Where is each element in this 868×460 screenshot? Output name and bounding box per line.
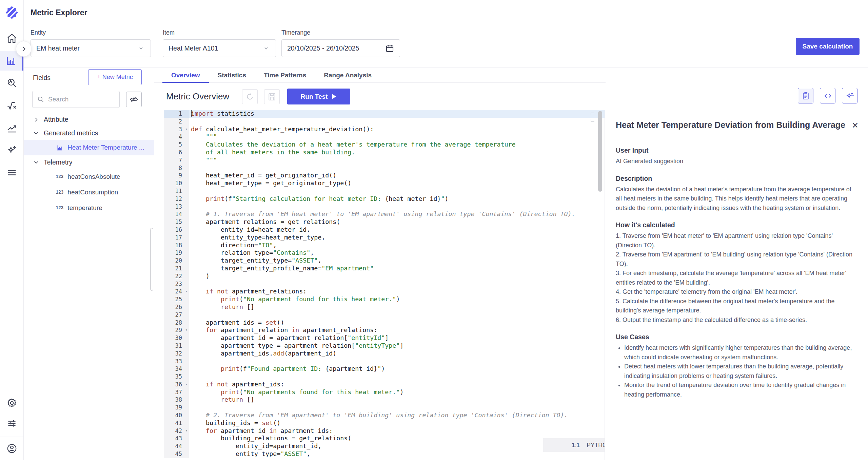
hide-fields-button[interactable] — [126, 92, 142, 107]
line-number: 21 — [164, 265, 189, 272]
code-line[interactable]: 9 heat_meter_id = get_originator_id() — [164, 172, 606, 179]
tab-range-analysis[interactable]: Range Analysis — [315, 68, 380, 82]
code-line[interactable]: 33 — [164, 358, 606, 365]
refresh-button[interactable] — [242, 89, 258, 104]
save-metric-button[interactable] — [264, 89, 280, 104]
code-line[interactable]: 5 Calculates the deviation of a heat met… — [164, 141, 606, 149]
line-number: 38 — [164, 396, 189, 404]
code-line[interactable]: 10 heat_meter_type = get_originator_type… — [164, 179, 606, 187]
code-line[interactable]: 34 print(f"Found apartment ID: {apartmen… — [164, 365, 606, 373]
fields-panel-scrollbar[interactable] — [150, 228, 153, 291]
line-number: 32 — [164, 350, 189, 358]
code-line[interactable]: 32 apartment_ids.add(apartment_id) — [164, 350, 606, 358]
line-number: 1 — [164, 110, 189, 118]
sidebar-item-formula[interactable] — [0, 96, 23, 115]
line-number: 24▾ — [164, 288, 189, 295]
tree-item-heat-meter-temperature-[interactable]: Heat Meter Temperature ... — [24, 140, 154, 155]
code-line[interactable]: 45 entity_type="ASSET", — [164, 450, 606, 458]
editor-scrollbar[interactable] — [598, 111, 602, 192]
search-box — [32, 91, 120, 108]
code-line[interactable]: 23 — [164, 280, 606, 288]
sidebar-item-menu[interactable] — [0, 163, 23, 183]
close-icon[interactable]: ✕ — [850, 120, 861, 131]
run-test-button[interactable]: Run Test — [287, 89, 350, 104]
code-line[interactable]: 16 entity_id=heat_meter_id, — [164, 226, 606, 234]
sidebar-item-preferences[interactable] — [0, 414, 23, 433]
code-line[interactable]: 31 apartment_type = apartment_relation["… — [164, 342, 606, 350]
code-line[interactable]: 8 — [164, 164, 606, 172]
fold-arrow-icon[interactable]: ▾ — [185, 126, 188, 133]
code-line[interactable]: 42▾ for apartment_id in apartment_ids: — [164, 427, 606, 435]
tab-time-patterns[interactable]: Time Patterns — [255, 68, 315, 82]
code-line[interactable]: 39 — [164, 404, 606, 411]
code-editor[interactable]: 1import statistics23▾def calculate_heat_… — [164, 110, 606, 460]
code-line[interactable]: 40 # 2. Traverse from 'EM apartment' to … — [164, 411, 606, 419]
entity-select[interactable]: EM heat meter — [31, 39, 151, 57]
code-line[interactable]: 1import statistics — [164, 110, 606, 118]
code-line[interactable]: 6 of all heat meters in the same buildin… — [164, 149, 606, 156]
fold-arrow-icon[interactable]: ▾ — [185, 427, 188, 435]
new-metric-button[interactable]: + New Metric — [88, 69, 142, 85]
sidebar-item-trends[interactable] — [0, 118, 23, 138]
code-line[interactable]: 21 target_entity_profile_name="EM apartm… — [164, 265, 606, 272]
tree-group-telemetry[interactable]: Telemetry — [24, 155, 154, 169]
code-line[interactable]: 25 print("No apartment found for this he… — [164, 295, 606, 303]
code-line[interactable]: 14 # 1. Traverse from 'EM heat meter' to… — [164, 210, 606, 218]
tree-item-heatconsumption[interactable]: 123heatConsumption — [24, 185, 154, 200]
code-line[interactable]: 15 apartment_relations = get_relations( — [164, 218, 606, 226]
text-cursor — [191, 110, 192, 117]
item-select[interactable]: Heat Meter A101 — [163, 39, 276, 57]
code-line[interactable]: 3▾def calculate_heat_meter_temperature_d… — [164, 126, 606, 133]
code-line[interactable]: 20 target_entity_type="ASSET", — [164, 257, 606, 265]
code-line[interactable]: 44 entity_id=apartment_id, — [164, 442, 606, 450]
code-line[interactable]: 36▾ if not apartment_ids: — [164, 381, 606, 388]
code-line[interactable]: 41 building_ids = set() — [164, 419, 606, 427]
code-line[interactable]: 19 relation_type="Contains", — [164, 249, 606, 257]
code-line[interactable]: 4 """ — [164, 133, 606, 141]
code-line[interactable]: 22 ) — [164, 272, 606, 280]
code-line[interactable]: 11 — [164, 187, 606, 195]
line-number: 40 — [164, 411, 189, 419]
fold-arrow-icon[interactable]: ▾ — [185, 326, 188, 334]
code-line[interactable]: 30 apartment_id = apartment_relation["en… — [164, 334, 606, 342]
code-line[interactable]: 35 — [164, 373, 606, 381]
ai-assist-button[interactable] — [842, 88, 857, 103]
calculation-step: 4. Get the 'temperature' telemetry from … — [616, 287, 856, 297]
sidebar-item-analysis[interactable] — [0, 73, 23, 93]
sidebar-item-account[interactable] — [0, 439, 23, 458]
code-line[interactable]: 29▾ for apartment_relation in apartment_… — [164, 326, 606, 334]
timerange-picker[interactable]: 20/10/2025 - 26/10/2025 — [281, 39, 400, 57]
search-input[interactable] — [48, 96, 115, 103]
code-line[interactable]: 43 building_relations = get_relations( — [164, 435, 606, 442]
brand-logo-icon[interactable] — [5, 5, 19, 20]
save-calculation-button[interactable]: Save calculation — [796, 38, 860, 55]
tree-item-heatconsabsolute[interactable]: 123heatConsAbsolute — [24, 169, 154, 185]
code-line[interactable]: 28 apartment_ids = set() — [164, 319, 606, 327]
tab-statistics[interactable]: Statistics — [209, 68, 255, 82]
code-line[interactable]: 13 — [164, 203, 606, 211]
code-line[interactable]: 37 print("No apartments found for this h… — [164, 388, 606, 396]
code-line[interactable]: 38 return [] — [164, 396, 606, 404]
sidebar-collapse-button[interactable] — [16, 41, 32, 57]
code-line[interactable]: 18 direction="TO", — [164, 242, 606, 249]
code-line[interactable]: 24▾ if not apartment_relations: — [164, 288, 606, 295]
sidebar-item-ai[interactable] — [0, 140, 23, 160]
code-line[interactable]: 27 — [164, 311, 606, 319]
fold-arrow-icon[interactable]: ▾ — [185, 288, 188, 295]
details-button[interactable] — [798, 88, 813, 103]
tree-group-attribute[interactable]: Attribute — [24, 113, 154, 126]
fold-arrow-icon[interactable]: ▾ — [185, 381, 188, 388]
code-line[interactable]: 12 print(f"Starting calculation for heat… — [164, 195, 606, 203]
tab-overview[interactable]: Overview — [162, 68, 209, 82]
code-line[interactable]: 2 — [164, 118, 606, 126]
tree-group-generated-metrics[interactable]: Generated metrics — [24, 126, 154, 140]
metric-toolbar: Metric Overview Run Test — [154, 83, 606, 110]
code-line[interactable]: 17 entity_type=heat_meter_type, — [164, 234, 606, 242]
sidebar-divider — [0, 437, 23, 437]
detail-action-bar — [798, 88, 857, 103]
code-line[interactable]: 7 """ — [164, 156, 606, 164]
sidebar-item-settings[interactable] — [0, 393, 23, 413]
code-line[interactable]: 26 return [] — [164, 303, 606, 311]
code-view-button[interactable] — [820, 88, 835, 103]
tree-item-temperature[interactable]: 123temperature — [24, 200, 154, 216]
